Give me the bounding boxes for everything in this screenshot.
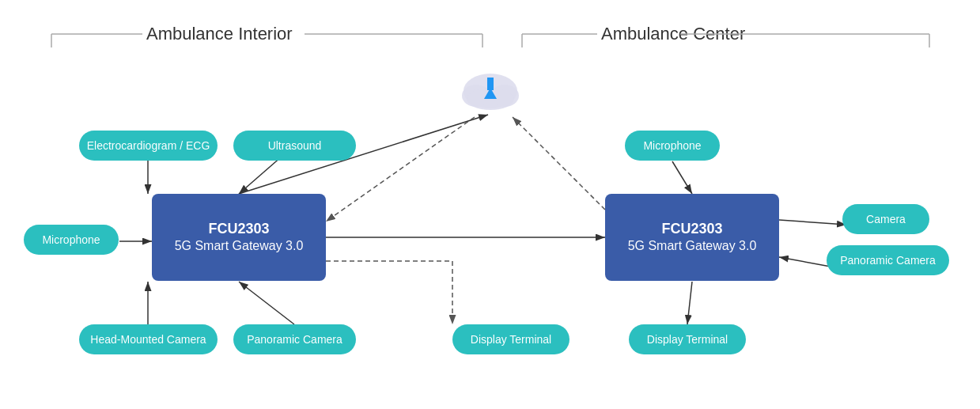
- svg-rect-13: [487, 78, 494, 90]
- microphone-left-box: Microphone: [24, 225, 119, 255]
- svg-line-27: [513, 117, 605, 210]
- ultrasound-box: Ultrasound: [233, 131, 356, 161]
- ambulance-interior-label: Ambulance Interior: [146, 24, 293, 44]
- svg-line-28: [672, 161, 692, 194]
- svg-line-21: [239, 282, 294, 324]
- panoramic-cam-right-box: Panoramic Camera: [827, 245, 949, 275]
- fcu-left-subtitle: 5G Smart Gateway 3.0: [175, 238, 304, 255]
- ecg-box: Electrocardiogram / ECG: [79, 131, 218, 161]
- fcu-right-box: FCU2303 5G Smart Gateway 3.0: [605, 194, 779, 281]
- cloud-icon: [459, 63, 522, 119]
- display-terminal-left-box: Display Terminal: [452, 324, 569, 354]
- fcu-right-title: FCU2303: [661, 220, 722, 238]
- head-cam-box: Head-Mounted Camera: [79, 324, 218, 354]
- ambulance-center-label: Ambulance Center: [601, 24, 745, 44]
- svg-line-29: [779, 220, 846, 225]
- camera-right-box: Camera: [842, 204, 929, 234]
- fcu-left-box: FCU2303 5G Smart Gateway 3.0: [152, 194, 326, 281]
- display-terminal-right-box: Display Terminal: [629, 324, 746, 354]
- svg-line-31: [687, 282, 692, 324]
- diagram: Ambulance Interior Ambulance Center: [0, 0, 980, 409]
- microphone-right-box: Microphone: [625, 131, 720, 161]
- svg-line-30: [779, 257, 831, 267]
- fcu-right-subtitle: 5G Smart Gateway 3.0: [628, 238, 757, 255]
- panoramic-cam-left-box: Panoramic Camera: [233, 324, 356, 354]
- fcu-left-title: FCU2303: [208, 220, 269, 238]
